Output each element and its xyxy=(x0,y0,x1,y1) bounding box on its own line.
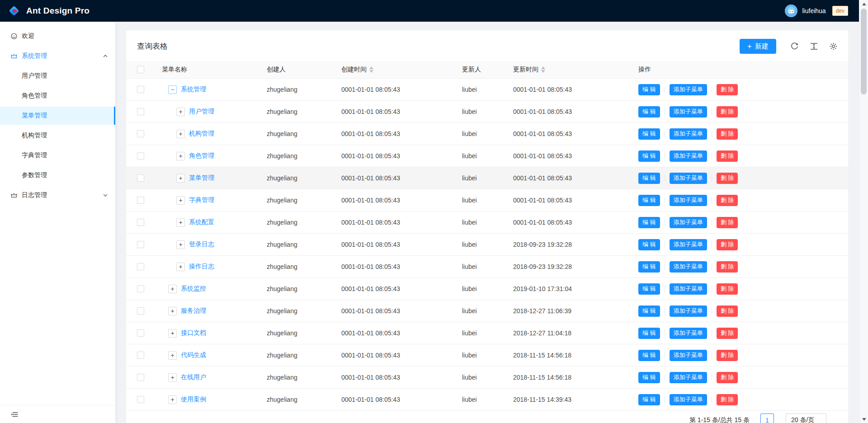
tree-expander-icon[interactable]: + xyxy=(176,263,185,271)
density-icon[interactable] xyxy=(810,42,818,50)
sidebar-subitem[interactable]: 参数管理 xyxy=(0,166,115,184)
delete-button[interactable]: 删 除 xyxy=(717,394,738,405)
menu-name-link[interactable]: 使用案例 xyxy=(181,395,206,404)
delete-button[interactable]: 删 除 xyxy=(717,239,738,250)
edit-button[interactable]: 编 辑 xyxy=(638,84,660,95)
edit-button[interactable]: 编 辑 xyxy=(638,150,660,162)
menu-name-link[interactable]: 角色管理 xyxy=(189,152,214,160)
sidebar-subitem[interactable]: 角色管理 xyxy=(0,87,115,105)
tree-expander-icon[interactable]: + xyxy=(168,329,177,338)
menu-name-link[interactable]: 字典管理 xyxy=(189,196,214,204)
page-size-select[interactable]: 20 条/页 xyxy=(786,414,826,423)
row-checkbox[interactable] xyxy=(137,285,144,292)
sort-icons[interactable] xyxy=(369,66,373,73)
menu-name-link[interactable]: 系统监控 xyxy=(181,285,206,293)
menu-fold-icon[interactable] xyxy=(11,411,18,418)
app-logo[interactable]: Ant Design Pro xyxy=(7,4,90,18)
row-checkbox[interactable] xyxy=(137,197,144,204)
pagination-page-1[interactable]: 1 xyxy=(760,414,774,423)
edit-button[interactable]: 编 辑 xyxy=(638,195,660,206)
tree-expander-icon[interactable]: + xyxy=(168,285,177,293)
edit-button[interactable]: 编 辑 xyxy=(638,328,660,339)
row-checkbox[interactable] xyxy=(137,374,144,381)
edit-button[interactable]: 编 辑 xyxy=(638,239,660,250)
scrollbar-thumb[interactable] xyxy=(861,9,867,94)
tree-expander-icon[interactable]: + xyxy=(168,351,177,360)
delete-button[interactable]: 删 除 xyxy=(717,106,738,118)
scroll-up-arrow-icon[interactable] xyxy=(859,0,868,8)
tree-expander-icon[interactable]: + xyxy=(176,174,185,183)
delete-button[interactable]: 删 除 xyxy=(717,217,738,228)
edit-button[interactable]: 编 辑 xyxy=(638,128,660,140)
delete-button[interactable]: 删 除 xyxy=(717,128,738,140)
select-all-checkbox[interactable] xyxy=(137,66,144,73)
menu-name-link[interactable]: 登录日志 xyxy=(189,240,214,249)
edit-button[interactable]: 编 辑 xyxy=(638,372,660,383)
add-submenu-button[interactable]: 添加子菜单 xyxy=(670,261,707,273)
reload-icon[interactable] xyxy=(791,42,798,50)
menu-name-link[interactable]: 用户管理 xyxy=(189,108,214,116)
menu-name-link[interactable]: 操作日志 xyxy=(189,263,214,271)
row-checkbox[interactable] xyxy=(137,130,144,137)
delete-button[interactable]: 删 除 xyxy=(717,372,738,383)
sidebar-item-welcome[interactable]: 欢迎 xyxy=(0,27,115,45)
row-checkbox[interactable] xyxy=(137,329,144,337)
window-scrollbar[interactable] xyxy=(859,0,868,423)
menu-name-link[interactable]: 菜单管理 xyxy=(189,174,214,182)
row-checkbox[interactable] xyxy=(137,396,144,403)
edit-button[interactable]: 编 辑 xyxy=(638,261,660,273)
sidebar-subitem[interactable]: 菜单管理 xyxy=(0,107,115,125)
tree-expander-icon[interactable]: + xyxy=(168,307,177,315)
edit-button[interactable]: 编 辑 xyxy=(638,394,660,405)
sidebar-subitem[interactable]: 机构管理 xyxy=(0,127,115,145)
row-checkbox[interactable] xyxy=(137,352,144,359)
menu-name-link[interactable]: 接口文档 xyxy=(181,329,206,337)
edit-button[interactable]: 编 辑 xyxy=(638,173,660,184)
add-submenu-button[interactable]: 添加子菜单 xyxy=(670,239,707,250)
add-submenu-button[interactable]: 添加子菜单 xyxy=(670,217,707,228)
sort-icons[interactable] xyxy=(541,66,545,73)
sidebar-group-logs[interactable]: 日志管理 xyxy=(0,186,115,204)
delete-button[interactable]: 删 除 xyxy=(717,84,738,95)
delete-button[interactable]: 删 除 xyxy=(717,150,738,162)
add-submenu-button[interactable]: 添加子菜单 xyxy=(670,106,707,118)
add-submenu-button[interactable]: 添加子菜单 xyxy=(670,150,707,162)
add-submenu-button[interactable]: 添加子菜单 xyxy=(670,84,707,95)
row-checkbox[interactable] xyxy=(137,307,144,315)
add-submenu-button[interactable]: 添加子菜单 xyxy=(670,128,707,140)
menu-name-link[interactable]: 系统管理 xyxy=(181,85,206,94)
row-checkbox[interactable] xyxy=(137,108,144,115)
edit-button[interactable]: 编 辑 xyxy=(638,217,660,228)
row-checkbox[interactable] xyxy=(137,152,144,160)
row-checkbox[interactable] xyxy=(137,241,144,248)
delete-button[interactable]: 删 除 xyxy=(717,283,738,295)
edit-button[interactable]: 编 辑 xyxy=(638,306,660,317)
add-submenu-button[interactable]: 添加子菜单 xyxy=(670,350,707,361)
row-checkbox[interactable] xyxy=(137,174,144,182)
menu-name-link[interactable]: 服务治理 xyxy=(181,307,206,315)
menu-name-link[interactable]: 在线用户 xyxy=(181,373,206,381)
delete-button[interactable]: 删 除 xyxy=(717,173,738,184)
delete-button[interactable]: 删 除 xyxy=(717,306,738,317)
menu-name-link[interactable]: 系统配置 xyxy=(189,218,214,226)
delete-button[interactable]: 删 除 xyxy=(717,195,738,206)
tree-expander-icon[interactable]: + xyxy=(176,108,185,116)
delete-button[interactable]: 删 除 xyxy=(717,328,738,339)
sidebar-group-system[interactable]: 系统管理 xyxy=(0,47,115,65)
add-submenu-button[interactable]: 添加子菜单 xyxy=(670,328,707,339)
add-submenu-button[interactable]: 添加子菜单 xyxy=(670,195,707,206)
settings-icon[interactable] xyxy=(830,42,837,50)
tree-expander-icon[interactable]: + xyxy=(176,218,185,227)
add-submenu-button[interactable]: 添加子菜单 xyxy=(670,283,707,295)
delete-button[interactable]: 删 除 xyxy=(717,261,738,273)
scroll-down-arrow-icon[interactable] xyxy=(859,415,868,423)
row-checkbox[interactable] xyxy=(137,219,144,226)
add-submenu-button[interactable]: 添加子菜单 xyxy=(670,372,707,383)
edit-button[interactable]: 编 辑 xyxy=(638,283,660,295)
sidebar-subitem[interactable]: 用户管理 xyxy=(0,67,115,85)
user-menu-trigger[interactable]: liufeihua dev xyxy=(785,5,848,17)
tree-expander-icon[interactable]: + xyxy=(168,395,177,404)
tree-expander-icon[interactable]: + xyxy=(168,373,177,382)
add-submenu-button[interactable]: 添加子菜单 xyxy=(670,306,707,317)
row-checkbox[interactable] xyxy=(137,86,144,93)
